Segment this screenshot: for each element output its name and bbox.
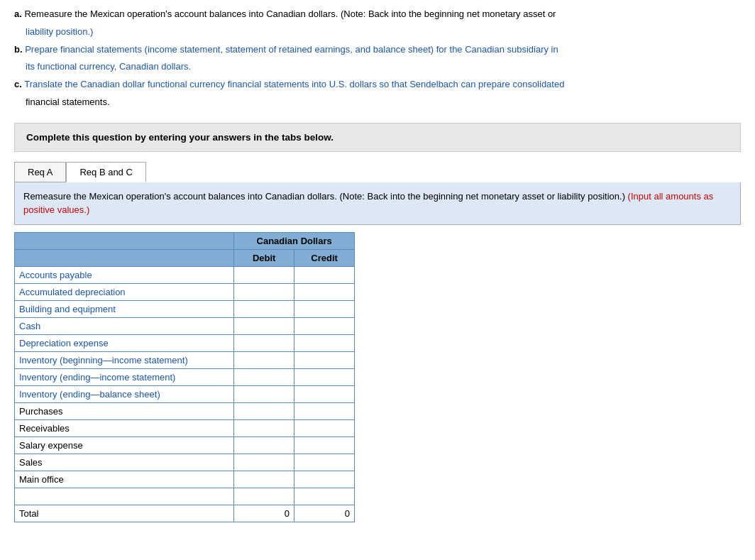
row-debit-12[interactable] <box>234 471 294 488</box>
row-credit-2[interactable] <box>294 300 355 317</box>
row-credit-6[interactable] <box>294 368 355 385</box>
credit-input-0[interactable] <box>294 267 354 283</box>
debit-input-12[interactable] <box>234 471 294 488</box>
table-row: Building and equipment <box>15 300 355 317</box>
table-container: Canadian Dollars Debit Credit Accounts p… <box>14 232 741 522</box>
credit-input-6[interactable] <box>294 369 354 385</box>
row-label-12: Main office <box>15 471 234 488</box>
row-label-3: Cash <box>15 317 234 334</box>
credit-input-1[interactable] <box>294 284 354 300</box>
row-label-8: Purchases <box>15 402 234 419</box>
row-label-13 <box>15 488 234 505</box>
row-credit-4[interactable] <box>294 334 355 351</box>
tab-req-bc[interactable]: Req B and C <box>66 162 145 182</box>
credit-input-8[interactable] <box>294 403 354 419</box>
debit-input-2[interactable] <box>234 301 294 317</box>
row-debit-13[interactable] <box>234 488 294 505</box>
row-debit-7[interactable] <box>234 385 294 402</box>
credit-input-11[interactable] <box>294 454 354 471</box>
row-debit-10[interactable] <box>234 437 294 454</box>
debit-input-4[interactable] <box>234 335 294 351</box>
complete-box-text: Complete this question by entering your … <box>26 132 334 143</box>
row-debit-6[interactable] <box>234 368 294 385</box>
row-label-9: Receivables <box>15 419 234 437</box>
debit-input-3[interactable] <box>234 318 294 334</box>
row-credit-10[interactable] <box>294 437 355 454</box>
table-row <box>15 488 355 505</box>
debit-input-9[interactable] <box>234 420 294 437</box>
col-debit-header: Debit <box>234 249 294 266</box>
table-row: Accounts payable <box>15 266 355 283</box>
intro-b-label: b. <box>14 44 23 55</box>
row-credit-3[interactable] <box>294 317 355 334</box>
row-label-11: Sales <box>15 454 234 471</box>
row-label-0: Accounts payable <box>15 266 234 283</box>
row-debit-4[interactable] <box>234 334 294 351</box>
row-debit-11[interactable] <box>234 454 294 471</box>
table-row: Depreciation expense <box>15 334 355 351</box>
debit-input-1[interactable] <box>234 284 294 300</box>
row-debit-1[interactable] <box>234 283 294 300</box>
debit-input-11[interactable] <box>234 454 294 471</box>
row-credit-8[interactable] <box>294 402 355 419</box>
table-row: Inventory (ending—income statement) <box>15 368 355 385</box>
row-credit-5[interactable] <box>294 351 355 368</box>
row-credit-1[interactable] <box>294 283 355 300</box>
row-debit-2[interactable] <box>234 300 294 317</box>
table-row: Accumulated depreciation <box>15 283 355 300</box>
credit-input-7[interactable] <box>294 386 354 402</box>
table-row: Purchases <box>15 402 355 419</box>
row-debit-9[interactable] <box>234 419 294 437</box>
credit-input-9[interactable] <box>294 420 354 437</box>
debit-input-13[interactable] <box>234 488 294 505</box>
tab-req-a[interactable]: Req A <box>14 162 66 182</box>
credit-input-13[interactable] <box>294 488 354 505</box>
total-label: Total <box>15 505 234 522</box>
table-row: Receivables <box>15 419 355 437</box>
table-row: Inventory (ending—balance sheet) <box>15 385 355 402</box>
credit-input-3[interactable] <box>294 318 354 334</box>
intro-a-text1: Remeasure the Mexican operation's accoun… <box>24 9 556 19</box>
debit-input-7[interactable] <box>234 386 294 402</box>
row-label-5: Inventory (beginning—income statement) <box>15 351 234 368</box>
row-credit-7[interactable] <box>294 385 355 402</box>
intro-c-label: c. <box>14 79 22 89</box>
intro-section: a. Remeasure the Mexican operation's acc… <box>14 7 741 110</box>
intro-b-text2: its functional currency, Canadian dollar… <box>26 61 191 72</box>
tab-main-text: Remeasure the Mexican operation's accoun… <box>23 191 625 202</box>
table-row: Sales <box>15 454 355 471</box>
table-row: Salary expense <box>15 437 355 454</box>
debit-input-6[interactable] <box>234 369 294 385</box>
row-debit-8[interactable] <box>234 402 294 419</box>
credit-input-4[interactable] <box>294 335 354 351</box>
row-debit-5[interactable] <box>234 351 294 368</box>
intro-a-label: a. <box>14 9 22 19</box>
intro-c-text1: Translate the Canadian dollar functional… <box>24 79 564 89</box>
row-debit-3[interactable] <box>234 317 294 334</box>
row-label-6: Inventory (ending—income statement) <box>15 368 234 385</box>
total-credit: 0 <box>294 505 355 522</box>
row-credit-13[interactable] <box>294 488 355 505</box>
credit-input-10[interactable] <box>294 437 354 454</box>
row-credit-12[interactable] <box>294 471 355 488</box>
total-row: Total00 <box>15 505 355 522</box>
intro-a-text2: liability position.) <box>26 26 93 37</box>
debit-input-5[interactable] <box>234 352 294 368</box>
col-credit-header: Credit <box>294 249 355 266</box>
debit-input-8[interactable] <box>234 403 294 419</box>
intro-b-text1: Prepare financial statements (income sta… <box>25 44 558 55</box>
credit-input-2[interactable] <box>294 301 354 317</box>
debit-input-0[interactable] <box>234 267 294 283</box>
table-row: Main office <box>15 471 355 488</box>
col-label-header <box>15 232 234 249</box>
debit-input-10[interactable] <box>234 437 294 454</box>
row-label-7: Inventory (ending—balance sheet) <box>15 385 234 402</box>
credit-input-5[interactable] <box>294 352 354 368</box>
row-debit-0[interactable] <box>234 266 294 283</box>
row-credit-9[interactable] <box>294 419 355 437</box>
row-label-10: Salary expense <box>15 437 234 454</box>
credit-input-12[interactable] <box>294 471 354 488</box>
row-credit-0[interactable] <box>294 266 355 283</box>
row-label-2: Building and equipment <box>15 300 234 317</box>
row-credit-11[interactable] <box>294 454 355 471</box>
